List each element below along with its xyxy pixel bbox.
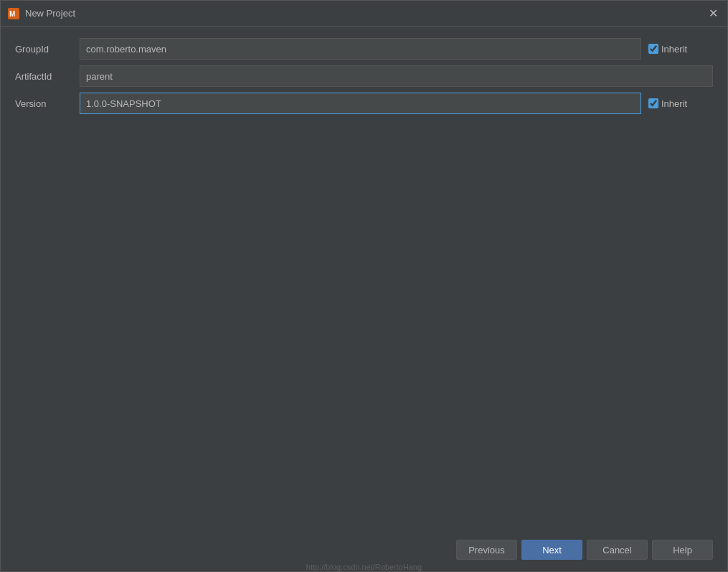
maven-icon: M [8,8,19,19]
groupid-inherit-text: Inherit [661,44,687,55]
artifactid-row: ArtifactId [15,65,713,87]
svg-text:M: M [9,10,15,18]
groupid-row: GroupId Inherit [15,38,713,60]
version-inherit-label: Inherit [648,98,713,109]
dialog-window: M New Project ✕ GroupId Inherit Artifact… [0,0,728,572]
help-button[interactable]: Help [652,540,713,560]
artifactid-input[interactable] [80,65,713,87]
version-row: Version Inherit [15,93,713,114]
close-button[interactable]: ✕ [706,6,720,21]
footer: Previous Next Cancel Help [1,528,727,571]
version-inherit-text: Inherit [661,98,687,109]
groupid-label: GroupId [15,44,80,55]
groupid-input[interactable] [80,38,641,60]
content-area: GroupId Inherit ArtifactId Version Inher… [1,27,727,528]
version-label: Version [15,98,80,109]
version-input[interactable] [80,93,641,114]
groupid-inherit-label: Inherit [648,44,713,55]
previous-button[interactable]: Previous [456,540,517,560]
window-title: New Project [25,8,75,19]
title-bar: M New Project ✕ [1,1,727,27]
next-button[interactable]: Next [521,540,582,560]
title-bar-left: M New Project [8,8,75,19]
artifactid-label: ArtifactId [15,71,80,82]
groupid-inherit-checkbox[interactable] [648,44,658,54]
cancel-button[interactable]: Cancel [587,540,648,560]
version-inherit-checkbox[interactable] [648,98,658,108]
